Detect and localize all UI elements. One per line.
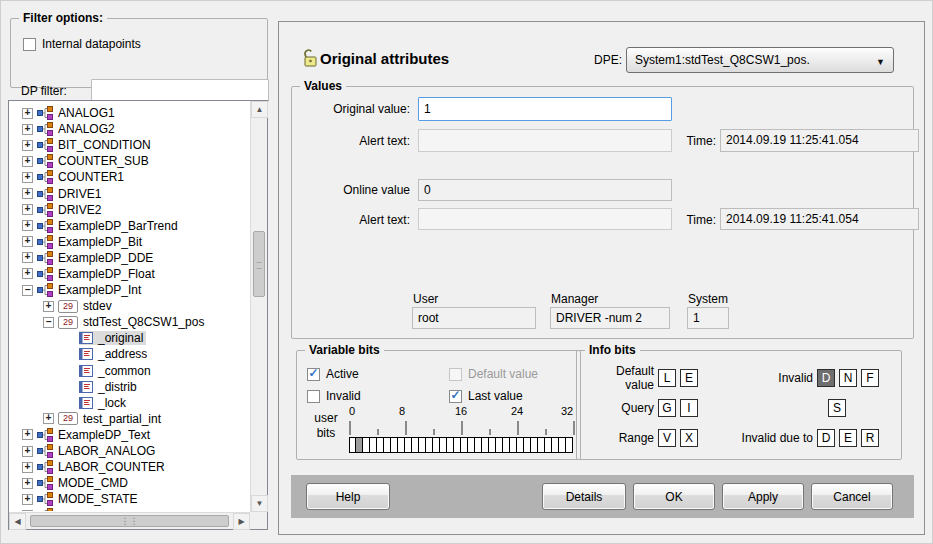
scroll-up-icon[interactable]: ▲ [251,101,268,118]
tree-item[interactable]: COUNTER1 [37,170,127,184]
user-bit-16[interactable] [454,437,461,453]
tree-row-BIT_CONDITION[interactable]: +BIT_CONDITION [10,137,249,153]
expand-icon[interactable]: + [22,494,33,505]
tree-hscroll-thumb[interactable]: ⋮⋮ [30,515,229,527]
expand-icon[interactable]: + [22,268,33,279]
user-bit-8[interactable] [398,437,405,453]
collapse-icon[interactable]: − [22,285,33,296]
user-bit-14[interactable] [440,437,447,453]
expand-icon[interactable]: + [22,204,33,215]
user-bit-12[interactable] [426,437,433,453]
tree-row-ANALOG1[interactable]: +ANALOG1 [10,105,249,121]
info-bit-f[interactable]: F [861,369,879,387]
tree-row-stdTest_Q8CSW1_pos[interactable]: −29stdTest_Q8CSW1_pos [10,314,249,330]
tree-item[interactable]: ExampleDP_Float [37,267,158,281]
user-bit-7[interactable] [391,437,398,453]
user-bit-5[interactable] [377,437,384,453]
details-button[interactable]: Details [542,483,626,510]
tree-row-_original[interactable]: _original [10,330,249,346]
user-bit-10[interactable] [412,437,419,453]
info-bit-l[interactable]: L [658,369,676,387]
expand-icon[interactable]: + [22,140,33,151]
tree-item[interactable]: ExampleDP_BarTrend [37,219,181,233]
expand-icon[interactable]: + [22,478,33,489]
tree-item[interactable]: DRIVE2 [37,203,104,217]
info-bit-e[interactable]: E [680,369,698,387]
user-bit-31[interactable] [559,437,566,453]
tree-item[interactable]: BIT_CONDITION [37,138,154,152]
tree-item[interactable]: _address [79,347,150,361]
expand-icon[interactable]: + [22,172,33,183]
tree-row-ExampleDP_Bit[interactable]: +ExampleDP_Bit [10,234,249,250]
info-bit-v[interactable]: V [658,429,676,447]
expand-icon[interactable]: + [22,156,33,167]
user-bit-30[interactable] [552,437,559,453]
expand-icon[interactable]: + [22,188,33,199]
tree-row-ExampleDP_Int[interactable]: −ExampleDP_Int [10,282,249,298]
tree-item[interactable]: ANALOG2 [37,122,118,136]
tree-row-MODE_STATE[interactable]: +MODE_STATE [10,491,249,507]
tree-row-_common[interactable]: _common [10,363,249,379]
info-bit-i[interactable]: I [680,399,698,417]
user-bit-27[interactable] [531,437,538,453]
checkbox-row-active[interactable]: Active [307,367,359,381]
tree-row-test_partial_int[interactable]: +29test_partial_int [10,411,249,427]
user-bit-13[interactable] [433,437,440,453]
internal-datapoints-checkbox-row[interactable]: Internal datapoints [23,37,141,51]
user-bit-11[interactable] [419,437,426,453]
tree-item[interactable]: 29stdTest_Q8CSW1_pos [58,315,207,329]
ok-button[interactable]: OK [633,483,715,510]
tree-row-LABOR_ANALOG[interactable]: +LABOR_ANALOG [10,443,249,459]
tree-item[interactable]: 29stdev [58,299,115,313]
tree-row-_distrib[interactable]: _distrib [10,379,249,395]
user-bit-29[interactable] [545,437,552,453]
user-bit-22[interactable] [496,437,503,453]
tree-item[interactable]: LABOR_COUNTER [37,460,168,474]
expand-icon[interactable]: + [22,220,33,231]
info-bit-s[interactable]: S [828,399,846,417]
tree-item[interactable]: COUNTER_SUB [37,154,152,168]
checkbox-row-last-value[interactable]: Last value [449,389,523,403]
user-bit-15[interactable] [447,437,454,453]
user-bit-28[interactable] [538,437,545,453]
expand-icon[interactable]: + [22,236,33,247]
tree-row-ExampleDP_DDE[interactable]: +ExampleDP_DDE [10,250,249,266]
tree-row-DRIVE1[interactable]: +DRIVE1 [10,185,249,201]
user-bit-24[interactable] [510,437,517,453]
user-bit-20[interactable] [482,437,489,453]
scroll-left-icon[interactable]: ◀ [9,513,26,530]
user-bit-6[interactable] [384,437,391,453]
collapse-icon[interactable]: − [43,317,54,328]
info-bit-r[interactable]: R [861,429,879,447]
tree-item[interactable]: ExampleDP_DDE [37,251,156,265]
tree-row-MODE_CMD[interactable]: +MODE_CMD [10,475,249,491]
info-bit-n[interactable]: N [839,369,857,387]
tree-row-_lock[interactable]: _lock [10,395,249,411]
expand-icon[interactable]: + [22,510,33,511]
dpe-dropdown[interactable]: System1:stdTest_Q8CSW1_pos. ▼ [626,47,894,73]
tree-item[interactable]: _original [79,331,146,345]
user-bit-2[interactable] [356,437,363,453]
expand-icon[interactable]: + [22,124,33,135]
internal-datapoints-checkbox[interactable] [23,38,36,51]
tree-item[interactable]: MODE_STATE [37,492,141,506]
tree-row-ExampleDP_BarTrend[interactable]: +ExampleDP_BarTrend [10,218,249,234]
user-bit-21[interactable] [489,437,496,453]
tree-item[interactable]: LABOR_ANALOG [37,444,158,458]
tree-item[interactable]: _lock [79,396,129,410]
checkbox-row-invalid[interactable]: Invalid [307,389,361,403]
tree-row-ANALOG2[interactable]: +ANALOG2 [10,121,249,137]
invalid-checkbox[interactable] [307,390,320,403]
user-bit-19[interactable] [475,437,482,453]
scroll-down-icon[interactable]: ▼ [251,495,268,512]
scroll-right-icon[interactable]: ▶ [233,513,250,530]
tree-item[interactable]: 29test_partial_int [58,412,164,426]
tree-item[interactable]: ANALOG1 [37,106,118,120]
tree-item[interactable] [37,508,61,511]
tree-row-stdev[interactable]: +29stdev [10,298,249,314]
expand-icon[interactable]: + [22,108,33,119]
last-value-checkbox[interactable] [449,390,462,403]
user-bit-4[interactable] [370,437,377,453]
expand-icon[interactable]: + [22,446,33,457]
tree-row-_address[interactable]: _address [10,346,249,362]
